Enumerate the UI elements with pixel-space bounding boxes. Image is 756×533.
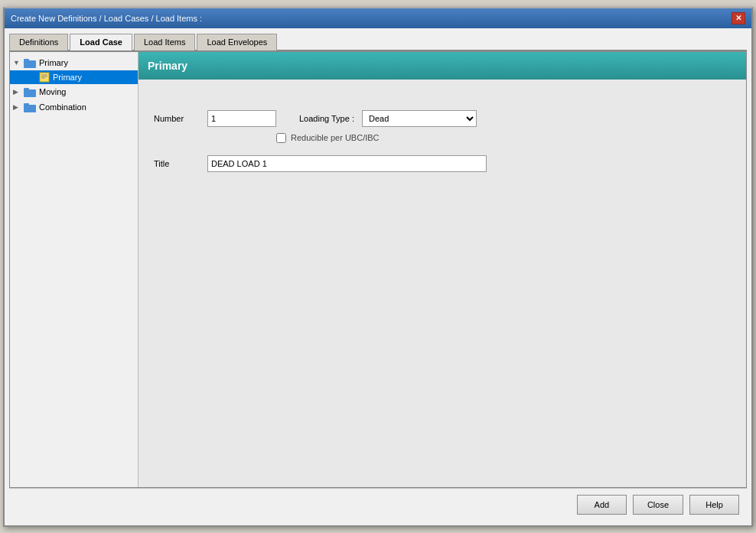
sidebar-item-moving-label: Moving [39,87,66,96]
panel-title: Primary [148,60,187,72]
svg-rect-9 [24,103,29,106]
svg-rect-2 [40,73,49,82]
svg-rect-7 [24,88,29,91]
sidebar-item-combination-label: Combination [39,102,86,112]
loading-type-select[interactable]: Dead Live Wind Snow Seismic Other [362,110,477,127]
panel-body: Number Loading Type : Dead Live Wind Sno… [138,80,746,487]
help-button[interactable]: Help [689,495,739,515]
checkbox-row: Reducible per UBC/IBC [276,133,731,143]
main-area: ▼ Primary [9,51,747,488]
checkbox-label: Reducible per UBC/IBC [291,133,380,142]
title-label: Title [154,159,200,168]
doc-icon [39,72,50,83]
sidebar-item-primary[interactable]: ▼ Primary [10,55,138,70]
close-button[interactable]: Close [633,495,683,515]
svg-rect-1 [24,59,29,62]
tab-definitions[interactable]: Definitions [9,34,68,50]
title-bar-controls: ✕ [732,12,745,24]
number-input[interactable] [207,110,276,127]
combination-folder-icon [24,101,36,113]
sidebar-item-combination[interactable]: ▶ Combination [10,99,138,115]
main-window: Create New Definitions / Load Cases / Lo… [3,7,753,527]
bottom-bar: Add Close Help [9,488,747,521]
right-panel: Primary Number Loading Type : Dead Live … [138,52,746,487]
tab-load-items[interactable]: Load Items [134,34,195,50]
expand-arrow-combination-icon: ▶ [13,103,21,111]
expand-arrow-icon: ▼ [13,59,21,67]
sidebar-item-primary-label: Primary [39,58,68,67]
title-bar: Create New Definitions / Load Cases / Lo… [5,8,751,28]
window-title: Create New Definitions / Load Cases / Lo… [11,14,202,23]
title-input[interactable] [207,155,487,172]
sidebar: ▼ Primary [10,52,138,487]
moving-folder-icon [24,86,36,98]
tab-load-envelopes[interactable]: Load Envelopes [197,34,277,50]
tab-bar: Definitions Load Case Load Items Load En… [9,33,747,51]
sidebar-item-primary-child[interactable]: Primary [10,70,138,84]
loading-type-container: Dead Live Wind Snow Seismic Other [362,110,477,127]
number-label: Number [154,114,200,123]
close-window-button[interactable]: ✕ [732,12,745,24]
tab-load-case[interactable]: Load Case [70,34,132,50]
window-content: Definitions Load Case Load Items Load En… [5,28,751,525]
add-button[interactable]: Add [577,495,627,515]
sidebar-item-primary-child-label: Primary [53,73,82,82]
loading-type-label: Loading Type : [299,114,354,123]
title-row: Title [154,155,731,172]
sidebar-item-moving[interactable]: ▶ Moving [10,84,138,99]
expand-arrow-moving-icon: ▶ [13,88,21,96]
number-row: Number Loading Type : Dead Live Wind Sno… [154,110,731,127]
folder-icon [24,57,36,69]
reducible-checkbox[interactable] [276,133,286,143]
panel-header: Primary [138,52,746,80]
